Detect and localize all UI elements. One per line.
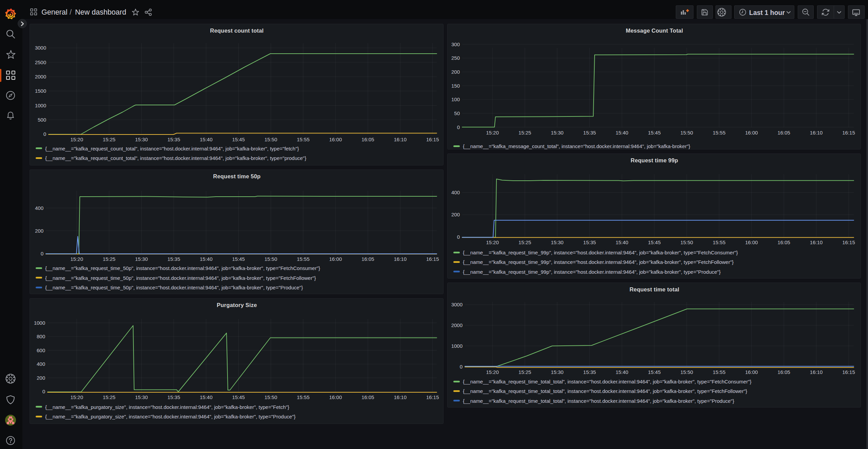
svg-text:15:40: 15:40 bbox=[200, 256, 213, 262]
svg-text:16:10: 16:10 bbox=[810, 130, 823, 136]
svg-text:15:30: 15:30 bbox=[135, 137, 148, 142]
svg-text:15:25: 15:25 bbox=[519, 130, 531, 136]
svg-text:1500: 1500 bbox=[35, 88, 46, 94]
svg-text:15:50: 15:50 bbox=[265, 137, 277, 142]
svg-text:15:40: 15:40 bbox=[616, 369, 629, 375]
svg-text:15:50: 15:50 bbox=[680, 239, 693, 245]
svg-text:400: 400 bbox=[35, 205, 43, 211]
svg-text:16:15: 16:15 bbox=[842, 130, 855, 136]
svg-text:15:30: 15:30 bbox=[551, 130, 564, 136]
svg-text:0: 0 bbox=[42, 389, 45, 394]
svg-text:15:35: 15:35 bbox=[167, 256, 180, 262]
svg-text:15:35: 15:35 bbox=[167, 137, 180, 142]
svg-text:2500: 2500 bbox=[35, 59, 46, 65]
svg-text:0: 0 bbox=[457, 124, 460, 130]
svg-text:0: 0 bbox=[457, 234, 460, 240]
svg-text:0: 0 bbox=[41, 251, 43, 256]
svg-text:16:05: 16:05 bbox=[361, 256, 374, 262]
svg-text:16:10: 16:10 bbox=[810, 369, 823, 375]
svg-text:16:05: 16:05 bbox=[777, 369, 790, 375]
svg-text:15:40: 15:40 bbox=[616, 130, 629, 136]
svg-text:16:15: 16:15 bbox=[426, 256, 439, 262]
svg-text:15:45: 15:45 bbox=[232, 394, 245, 400]
svg-text:15:55: 15:55 bbox=[297, 256, 310, 262]
svg-text:0: 0 bbox=[43, 131, 46, 137]
svg-text:15:30: 15:30 bbox=[551, 239, 564, 245]
svg-text:16:00: 16:00 bbox=[745, 239, 758, 245]
svg-text:200: 200 bbox=[451, 212, 460, 217]
svg-text:150: 150 bbox=[451, 83, 460, 89]
svg-text:200: 200 bbox=[451, 69, 460, 75]
svg-text:16:10: 16:10 bbox=[394, 137, 407, 142]
svg-text:15:50: 15:50 bbox=[265, 394, 277, 400]
svg-text:400: 400 bbox=[451, 190, 460, 195]
svg-text:15:55: 15:55 bbox=[297, 137, 310, 142]
svg-text:15:55: 15:55 bbox=[713, 239, 726, 245]
svg-text:16:10: 16:10 bbox=[810, 239, 823, 245]
svg-text:200: 200 bbox=[35, 228, 43, 234]
svg-text:15:45: 15:45 bbox=[648, 130, 661, 136]
svg-text:15:20: 15:20 bbox=[486, 130, 499, 136]
svg-text:300: 300 bbox=[451, 41, 460, 47]
svg-text:3000: 3000 bbox=[35, 45, 46, 51]
svg-text:15:20: 15:20 bbox=[486, 369, 499, 375]
svg-text:16:00: 16:00 bbox=[745, 130, 758, 136]
svg-text:16:15: 16:15 bbox=[426, 137, 439, 142]
svg-text:16:00: 16:00 bbox=[329, 256, 342, 262]
svg-text:15:35: 15:35 bbox=[583, 130, 596, 136]
svg-text:2000: 2000 bbox=[35, 74, 46, 79]
svg-text:15:55: 15:55 bbox=[713, 130, 726, 136]
svg-text:16:00: 16:00 bbox=[745, 369, 758, 375]
svg-text:16:10: 16:10 bbox=[394, 256, 407, 262]
svg-text:15:25: 15:25 bbox=[519, 369, 531, 375]
svg-text:15:50: 15:50 bbox=[680, 369, 693, 375]
svg-text:800: 800 bbox=[37, 334, 45, 339]
svg-text:15:50: 15:50 bbox=[265, 256, 277, 262]
svg-text:15:20: 15:20 bbox=[70, 256, 83, 262]
svg-text:15:25: 15:25 bbox=[103, 256, 115, 262]
svg-text:15:45: 15:45 bbox=[648, 369, 661, 375]
svg-text:16:10: 16:10 bbox=[394, 394, 407, 400]
svg-text:15:20: 15:20 bbox=[486, 239, 499, 245]
svg-text:16:05: 16:05 bbox=[777, 130, 790, 136]
svg-text:15:20: 15:20 bbox=[70, 137, 83, 142]
svg-text:15:40: 15:40 bbox=[200, 394, 213, 400]
svg-text:250: 250 bbox=[451, 55, 460, 61]
svg-text:15:45: 15:45 bbox=[648, 239, 661, 245]
svg-text:16:05: 16:05 bbox=[361, 394, 374, 400]
svg-text:16:00: 16:00 bbox=[329, 137, 342, 142]
svg-text:15:50: 15:50 bbox=[680, 130, 693, 136]
svg-text:16:00: 16:00 bbox=[329, 394, 342, 400]
svg-text:2000: 2000 bbox=[451, 322, 463, 328]
svg-text:16:15: 16:15 bbox=[842, 239, 855, 245]
svg-text:1000: 1000 bbox=[451, 343, 463, 349]
svg-text:400: 400 bbox=[37, 361, 45, 367]
svg-text:15:40: 15:40 bbox=[616, 239, 629, 245]
svg-text:15:30: 15:30 bbox=[135, 394, 148, 400]
svg-text:15:55: 15:55 bbox=[297, 394, 310, 400]
svg-text:500: 500 bbox=[38, 117, 46, 123]
svg-text:0: 0 bbox=[460, 364, 463, 370]
svg-text:15:30: 15:30 bbox=[135, 256, 148, 262]
svg-text:15:35: 15:35 bbox=[167, 394, 180, 400]
svg-text:15:25: 15:25 bbox=[103, 394, 115, 400]
svg-text:15:35: 15:35 bbox=[583, 239, 596, 245]
svg-text:15:25: 15:25 bbox=[519, 239, 531, 245]
svg-text:16:15: 16:15 bbox=[426, 394, 439, 400]
svg-text:15:55: 15:55 bbox=[713, 369, 726, 375]
svg-text:15:35: 15:35 bbox=[583, 369, 596, 375]
svg-text:200: 200 bbox=[37, 375, 45, 381]
svg-text:15:40: 15:40 bbox=[200, 137, 213, 142]
svg-text:16:05: 16:05 bbox=[777, 239, 790, 245]
svg-text:15:45: 15:45 bbox=[232, 137, 245, 142]
svg-text:15:20: 15:20 bbox=[70, 394, 83, 400]
svg-text:15:45: 15:45 bbox=[232, 256, 245, 262]
svg-text:15:30: 15:30 bbox=[551, 369, 564, 375]
svg-text:1000: 1000 bbox=[34, 320, 45, 326]
svg-text:50: 50 bbox=[454, 110, 460, 116]
svg-text:1000: 1000 bbox=[35, 103, 46, 108]
svg-text:15:25: 15:25 bbox=[103, 137, 115, 142]
svg-text:100: 100 bbox=[451, 96, 460, 102]
svg-text:600: 600 bbox=[37, 347, 45, 353]
svg-text:16:05: 16:05 bbox=[361, 137, 374, 142]
